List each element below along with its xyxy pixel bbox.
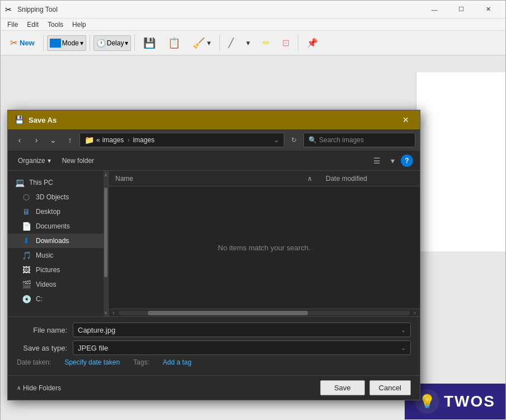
address-bar[interactable]: 📁 « images › images ⌄ [79,133,284,147]
date-taken-link[interactable]: Specify date taken [64,358,120,366]
sidebar-item-music[interactable]: 🎵 Music [8,248,108,263]
new-folder-button[interactable]: New folder [59,155,97,166]
scrollbar-thumb[interactable] [104,188,107,277]
organize-label: Organize [18,157,45,165]
this-pc-icon: 💻 [15,178,25,187]
view-icon-button[interactable]: ☰ [369,153,384,168]
filetype-input[interactable]: JPEG file ⌄ [73,340,411,355]
eraser2-button[interactable]: ⊡ [277,34,294,53]
sidebar-item-this-pc[interactable]: 💻 This PC [8,175,108,190]
help-button[interactable]: ? [401,155,413,167]
search-box[interactable]: 🔍 Search images [303,133,415,147]
eraser-dropdown-arrow: ▾ [207,39,211,47]
title-bar-left: ✂ Snipping Tool [5,5,58,14]
dialog-close-button[interactable]: ✕ [399,114,413,126]
sidebar-item-3d-objects[interactable]: ⬡ 3D Objects [8,190,108,204]
nav-up-button[interactable]: ↑ [63,133,77,147]
new-button[interactable]: ✂ New [5,34,40,53]
hide-folders-button[interactable]: ∧ Hide Folders [17,384,61,392]
scroll-down-arrow[interactable]: ∨ [104,309,108,316]
eraser-button[interactable]: 🧹 ▾ [188,34,216,53]
dialog-title-icon: 💾 [15,115,24,124]
h-scroll-right-arrow[interactable]: › [411,309,419,317]
pen-button[interactable]: ╱ [223,34,239,53]
col-sort-icon: ∧ [307,175,312,183]
h-scroll-left-arrow[interactable]: ‹ [110,309,118,317]
col-date-header[interactable]: Date modified [319,175,420,183]
address-refresh-button[interactable]: ↻ [287,133,301,147]
menu-help[interactable]: Help [68,20,91,30]
address-separator1: › [127,136,129,144]
nav-back-button[interactable]: ‹ [12,133,27,147]
cancel-button[interactable]: Cancel [369,380,411,395]
nav-back-icon: ‹ [18,136,21,144]
mode-dropdown-arrow: ▾ [80,39,83,47]
empty-message: No items match your search. [218,244,310,252]
filename-value: Capture.jpg [78,326,115,334]
filename-row: File name: Capture.jpg ⌄ [17,323,411,337]
3d-objects-label: 3D Objects [36,193,69,201]
delay-button[interactable]: 🕐 Delay ▾ [93,35,132,51]
app-icon: ✂ [5,5,14,14]
mode-label: Mode [62,39,79,47]
dialog-title-text: Save As [29,116,57,124]
twos-text: TWOS [444,393,495,410]
col-name-header[interactable]: Name ∧ [109,175,319,183]
3d-objects-icon: ⬡ [21,193,31,202]
address-dropdown-arrow[interactable]: ⌄ [274,136,279,144]
minimize-button[interactable]: — [421,1,447,18]
maximize-button[interactable]: ☐ [448,1,474,18]
separator-4 [219,35,220,51]
save-as-dialog: 💾 Save As ✕ ‹ › ⌄ ↑ 📁 « images › [7,110,420,400]
eraser-icon: 🧹 [193,37,205,49]
scroll-up-arrow[interactable]: ∧ [104,171,108,179]
documents-icon: 📄 [21,222,31,231]
dialog-body: 💻 This PC ⬡ 3D Objects 🖥 Desktop 📄 Docum… [8,171,420,316]
save-button[interactable]: Save [320,380,365,395]
h-scroll-thumb[interactable] [148,311,308,315]
sidebar-item-documents[interactable]: 📄 Documents [8,219,108,234]
horizontal-scrollbar[interactable]: ‹ › [109,309,420,316]
organize-dropdown-icon: ▾ [48,157,51,165]
sidebar-item-desktop[interactable]: 🖥 Desktop [8,204,108,219]
highlighter-button[interactable]: ✏ [257,34,275,53]
menu-tools[interactable]: Tools [43,20,68,30]
separator-3 [134,35,135,51]
eraser2-icon: ⊡ [282,38,289,48]
sidebar-item-local-disk[interactable]: 💿 C: [8,292,108,306]
sidebar-item-videos[interactable]: 🎬 Videos [8,277,108,292]
close-button[interactable]: ✕ [475,1,501,18]
sidebar-item-downloads[interactable]: ⬇ Downloads [8,234,108,248]
hide-folders-label: Hide Folders [23,384,61,392]
pin-icon: 📌 [307,38,318,48]
col-name-label: Name [115,175,133,183]
white-canvas [416,72,505,251]
mode-button[interactable]: Mode ▾ [47,35,86,51]
delay-clock-icon: 🕐 [96,39,106,48]
documents-label: Documents [36,222,70,230]
filename-input[interactable]: Capture.jpg ⌄ [73,323,411,337]
search-icon: 🔍 [308,136,317,144]
filetype-label: Save as type: [17,344,73,352]
toolbar: ✂ New Mode ▾ 🕐 Delay ▾ 💾 📋 🧹 ▾ [1,31,505,55]
address-part1: « [96,136,100,144]
scissors-icon: ✂ [10,38,17,48]
view-buttons: ☰ ▾ ? [369,153,413,168]
menu-edit[interactable]: Edit [22,20,43,30]
pin-button[interactable]: 📌 [302,34,323,53]
pen-icon: ╱ [228,38,234,48]
nav-forward-button[interactable]: › [29,133,44,147]
tags-link[interactable]: Add a tag [163,358,191,366]
copy-icon-button[interactable]: 📋 [163,34,185,53]
nav-recent-button[interactable]: ⌄ [46,133,60,147]
delay-label: Delay [107,39,124,47]
left-panel-scrollbar[interactable]: ∧ ∨ [104,171,108,316]
pen-dropdown-button[interactable]: ▾ [241,34,255,53]
filename-label: File name: [17,326,73,334]
view-dropdown-button[interactable]: ▾ [385,153,400,168]
this-pc-label: This PC [29,179,53,186]
sidebar-item-pictures[interactable]: 🖼 Pictures [8,263,108,277]
organize-button[interactable]: Organize ▾ [15,155,54,166]
menu-file[interactable]: File [3,20,22,30]
save-icon-button[interactable]: 💾 [138,34,161,53]
